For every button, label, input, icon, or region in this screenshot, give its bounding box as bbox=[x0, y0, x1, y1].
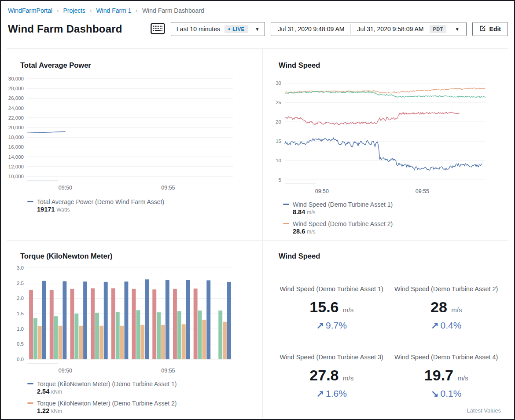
legend-item: Torque (KiloNewton Meter) (Demo Turbine … bbox=[27, 380, 262, 395]
svg-text:3.0: 3.0 bbox=[17, 265, 24, 270]
timezone-badge: PDT bbox=[430, 25, 446, 33]
dashboard-row-2: Torque (KiloNewton Meter) 0.00.51.01.52.… bbox=[7, 241, 508, 418]
svg-text:2.0: 2.0 bbox=[17, 296, 24, 301]
svg-text:20: 20 bbox=[276, 119, 281, 124]
svg-text:09:50: 09:50 bbox=[315, 188, 329, 194]
kpi-cell-asset-1: Wind Speed (Demo Turbine Asset 1) 15.6 m… bbox=[274, 285, 389, 331]
panel-title: Wind Speed bbox=[279, 241, 508, 261]
dashboard-row-1: Total Average Power 10,00012,00014,00016… bbox=[7, 49, 508, 241]
svg-text:0.5: 0.5 bbox=[17, 341, 24, 347]
svg-text:09:55: 09:55 bbox=[161, 368, 175, 374]
svg-text:22,000: 22,000 bbox=[8, 115, 24, 121]
svg-text:24,000: 24,000 bbox=[8, 106, 24, 111]
date-range-picker[interactable]: Jul 31, 2020 9:48:09 AM Jul 31, 2020 9:5… bbox=[271, 22, 466, 36]
legend-dash-icon bbox=[27, 201, 33, 202]
edit-button[interactable]: Edit bbox=[472, 22, 508, 36]
date-start-value: Jul 31, 2020 9:48:09 AM bbox=[278, 26, 344, 33]
svg-text:30,000: 30,000 bbox=[8, 77, 24, 81]
breadcrumb-windfarm-link[interactable]: Wind Farm 1 bbox=[96, 7, 131, 14]
svg-text:15: 15 bbox=[276, 139, 281, 144]
keyboard-shortcuts-button[interactable] bbox=[151, 23, 165, 36]
trend-up-icon: ↗ bbox=[316, 320, 324, 330]
dashboard-grid: Total Average Power 10,00012,00014,00016… bbox=[1, 49, 514, 418]
legend-name: Torque (KiloNewton Meter) (Demo Turbine … bbox=[37, 400, 177, 407]
legend-dash-icon bbox=[27, 383, 33, 384]
legend-unit: m/s bbox=[307, 229, 315, 235]
kpi-value: 19.7 bbox=[424, 367, 453, 383]
latest-values-label: Latest Values bbox=[467, 407, 501, 414]
panel-total-average-power: Total Average Power 10,00012,00014,00016… bbox=[7, 49, 262, 241]
kpi-label: Wind Speed (Demo Turbine Asset 4) bbox=[389, 354, 504, 361]
page-header: WindFarmPortal › Projects › Wind Farm 1 … bbox=[1, 1, 514, 49]
svg-text:18,000: 18,000 bbox=[8, 135, 24, 140]
panel-title: Total Average Power bbox=[20, 49, 262, 70]
svg-text:25: 25 bbox=[276, 100, 281, 105]
legend-value: 1.22 bbox=[37, 407, 49, 414]
legend-name: Total Average Power (Demo Wind Farm Asse… bbox=[37, 198, 164, 205]
kpi-trend-value: 9.7% bbox=[326, 320, 347, 330]
legend-dash-icon bbox=[27, 402, 33, 404]
kpi-unit: m/s bbox=[343, 374, 353, 382]
legend: Torque (KiloNewton Meter) (Demo Turbine … bbox=[27, 380, 262, 418]
svg-text:5: 5 bbox=[279, 177, 281, 183]
kpi-unit: m/s bbox=[343, 306, 353, 314]
svg-text:1.0: 1.0 bbox=[17, 326, 24, 332]
panel-wind-speed-chart: Wind Speed 5101520253009:5009:55 Wind Sp… bbox=[262, 49, 508, 241]
kpi-cell-asset-2: Wind Speed (Demo Turbine Asset 2) 28 m/s… bbox=[389, 285, 504, 331]
svg-text:10: 10 bbox=[276, 158, 281, 163]
kpi-trend-value: 1.6% bbox=[326, 388, 347, 398]
legend-unit: m/s bbox=[307, 209, 315, 215]
svg-text:10,000: 10,000 bbox=[8, 174, 24, 179]
legend-item: Wind Speed (Demo Turbine Asset 1) 8.84 m… bbox=[283, 200, 508, 216]
title-row: Wind Farm Dashboard bbox=[7, 22, 508, 37]
kpi-cell-asset-3: Wind Speed (Demo Turbine Asset 3) 27.8 m… bbox=[274, 354, 389, 399]
kpi-trend-value: 0.4% bbox=[441, 320, 462, 330]
chevron-down-icon: ▼ bbox=[455, 27, 460, 32]
kpi-cell-asset-4: Wind Speed (Demo Turbine Asset 4) 19.7 m… bbox=[389, 354, 504, 399]
kpi-trend: ↘0.1% bbox=[389, 388, 504, 399]
keyboard-icon bbox=[151, 23, 165, 36]
date-end-value: Jul 31, 2020 9:58:09 AM bbox=[357, 26, 423, 33]
live-badge-label: LIVE bbox=[232, 26, 244, 32]
wind-speed-chart: 5101520253009:5009:55 bbox=[274, 81, 508, 199]
live-dot-icon: ● bbox=[228, 27, 230, 31]
svg-text:2.5: 2.5 bbox=[17, 281, 24, 286]
edit-icon bbox=[479, 25, 486, 33]
svg-text:09:50: 09:50 bbox=[59, 368, 72, 374]
kpi-value: 27.8 bbox=[309, 367, 338, 383]
legend-unit: kNm bbox=[51, 389, 62, 395]
torque-chart: 0.00.51.01.52.02.53.009:5009:55 bbox=[7, 265, 262, 379]
kpi-label: Wind Speed (Demo Turbine Asset 3) bbox=[274, 354, 389, 361]
svg-text:28,000: 28,000 bbox=[8, 86, 24, 91]
kpi-trend: ↗9.7% bbox=[274, 320, 389, 331]
time-range-dropdown[interactable]: Last 10 minutes ● LIVE ▼ bbox=[171, 22, 265, 36]
kpi-trend: ↗1.6% bbox=[274, 388, 389, 399]
chevron-down-icon: ▼ bbox=[255, 27, 260, 32]
legend-item: Torque (KiloNewton Meter) (Demo Turbine … bbox=[27, 399, 262, 415]
header-controls: Last 10 minutes ● LIVE ▼ Jul 31, 2020 9:… bbox=[151, 22, 508, 36]
legend-dash-icon bbox=[283, 204, 289, 205]
kpi-label: Wind Speed (Demo Turbine Asset 2) bbox=[389, 285, 504, 292]
legend-name: Wind Speed (Demo Turbine Asset 2) bbox=[293, 220, 393, 227]
legend-value: 2.54 bbox=[37, 388, 49, 395]
kpi-unit: m/s bbox=[451, 306, 462, 314]
svg-text:26,000: 26,000 bbox=[8, 95, 24, 101]
panel-title: Wind Speed bbox=[279, 49, 508, 70]
kpi-grid: Wind Speed (Demo Turbine Asset 1) 15.6 m… bbox=[274, 285, 508, 399]
breadcrumb-current-page: Wind Farm Dashboard bbox=[142, 7, 204, 14]
breadcrumb: WindFarmPortal › Projects › Wind Farm 1 … bbox=[7, 7, 508, 14]
svg-text:09:55: 09:55 bbox=[161, 185, 175, 191]
legend-value: 28.6 bbox=[293, 228, 305, 235]
legend-name: Wind Speed (Demo Turbine Asset 1) bbox=[293, 201, 393, 208]
breadcrumb-portal-link[interactable]: WindFarmPortal bbox=[8, 7, 52, 14]
legend-value: 19171 bbox=[37, 206, 55, 213]
kpi-value: 15.6 bbox=[309, 299, 338, 315]
panel-torque: Torque (KiloNewton Meter) 0.00.51.01.52.… bbox=[7, 241, 262, 418]
legend-unit: kNm bbox=[51, 408, 62, 414]
legend-value: 8.84 bbox=[293, 208, 305, 215]
legend: Total Average Power (Demo Wind Farm Asse… bbox=[27, 197, 262, 213]
trend-up-icon: ↗ bbox=[431, 320, 439, 330]
legend-dash-icon bbox=[283, 223, 289, 224]
time-range-label: Last 10 minutes bbox=[177, 26, 220, 33]
breadcrumb-projects-link[interactable]: Projects bbox=[63, 7, 85, 14]
